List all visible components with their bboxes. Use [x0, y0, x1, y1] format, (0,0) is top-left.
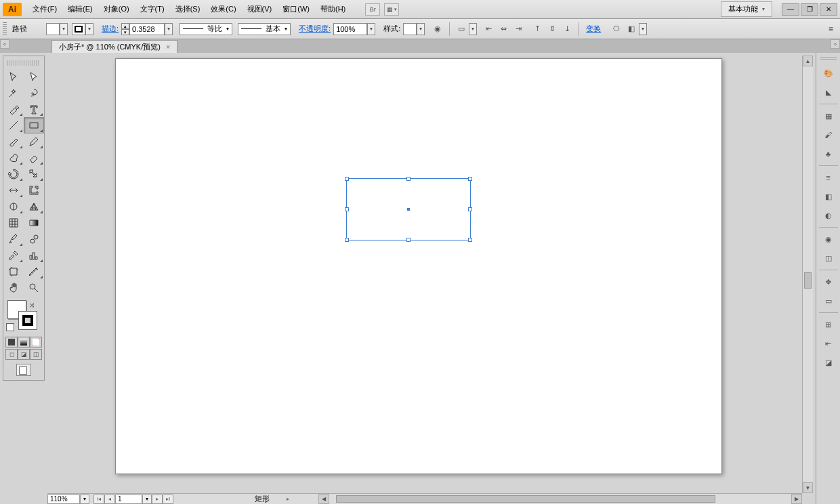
- screen-mode-icon[interactable]: [16, 364, 31, 376]
- artboard-dropdown[interactable]: ▾: [142, 495, 152, 504]
- panel-grip-icon[interactable]: [820, 57, 837, 61]
- artboard[interactable]: [115, 58, 722, 474]
- artboard-tool[interactable]: [3, 264, 24, 280]
- fill-dropdown[interactable]: ▾: [60, 23, 68, 35]
- free-transform-tool[interactable]: [24, 182, 44, 198]
- align-panel-icon[interactable]: ⇤: [819, 334, 838, 353]
- stroke-weight-spinner[interactable]: ▴▾: [121, 23, 129, 35]
- maximize-button[interactable]: ❐: [801, 3, 818, 16]
- menu-window[interactable]: 窗口(W): [277, 1, 315, 17]
- graphic-style-dropdown[interactable]: ▾: [417, 23, 425, 35]
- slice-tool[interactable]: [24, 264, 44, 280]
- fill-swatch[interactable]: [46, 23, 60, 35]
- select-similar-icon[interactable]: ◧: [624, 22, 639, 36]
- handle-middle-right[interactable]: [468, 207, 472, 211]
- toolbox-grip-icon[interactable]: [7, 60, 40, 66]
- stroke-swatch[interactable]: [72, 23, 85, 35]
- last-artboard-icon[interactable]: ▸I: [163, 495, 173, 504]
- align-to-dropdown[interactable]: ▾: [469, 23, 477, 35]
- first-artboard-icon[interactable]: I◂: [93, 495, 104, 504]
- zoom-input[interactable]: 110%: [47, 495, 80, 504]
- close-button[interactable]: ✕: [820, 3, 837, 16]
- stroke-color-box[interactable]: [18, 311, 37, 330]
- transform-link[interactable]: 变换: [586, 24, 601, 34]
- hand-tool[interactable]: [3, 280, 24, 296]
- brush-definition[interactable]: 基本▾: [238, 23, 291, 35]
- color-mode-gradient[interactable]: [18, 337, 30, 348]
- arrange-documents-button[interactable]: ▦: [384, 3, 399, 16]
- symbols-panel-icon[interactable]: ♣: [819, 144, 838, 163]
- stroke-weight-dropdown[interactable]: ▾: [165, 23, 173, 35]
- handle-bottom-middle[interactable]: [406, 238, 411, 242]
- brushes-panel-icon[interactable]: 🖌: [819, 125, 838, 144]
- menu-object[interactable]: 对象(O): [98, 1, 135, 17]
- opacity-dropdown[interactable]: ▾: [367, 23, 375, 35]
- close-tab-icon[interactable]: ×: [166, 43, 170, 51]
- horizontal-scrollbar[interactable]: ◀ ▶: [318, 493, 802, 504]
- swatches-panel-icon[interactable]: ▦: [819, 106, 838, 125]
- handle-top-right[interactable]: [468, 177, 472, 181]
- scroll-right-icon[interactable]: ▶: [791, 494, 802, 504]
- artboard-number-input[interactable]: [115, 495, 142, 504]
- variable-width-profile[interactable]: 等比▾: [180, 23, 232, 35]
- vertical-scrollbar[interactable]: ▲ ▼: [802, 56, 813, 493]
- type-tool[interactable]: [24, 101, 44, 117]
- vscroll-thumb[interactable]: [804, 272, 812, 289]
- transparency-panel-icon[interactable]: ◐: [819, 206, 838, 225]
- align-hcenter-icon[interactable]: ⇔: [496, 22, 511, 36]
- width-tool[interactable]: [3, 182, 24, 198]
- select-similar-dropdown[interactable]: ▾: [639, 23, 647, 35]
- draw-inside-icon[interactable]: ◫: [30, 349, 42, 360]
- color-mode-none[interactable]: [30, 337, 42, 348]
- align-to-selection-icon[interactable]: ▭: [454, 22, 469, 36]
- prev-artboard-icon[interactable]: ◂: [104, 495, 115, 504]
- align-right-icon[interactable]: ⇥: [511, 22, 526, 36]
- minimize-button[interactable]: —: [782, 3, 799, 16]
- pathfinder-panel-icon[interactable]: ◪: [819, 353, 838, 372]
- perspective-grid-tool[interactable]: [24, 198, 44, 215]
- mesh-tool[interactable]: [3, 215, 24, 231]
- color-guide-panel-icon[interactable]: ◣: [819, 83, 838, 102]
- scroll-left-icon[interactable]: ◀: [318, 494, 329, 504]
- canvas-area[interactable]: [47, 56, 813, 493]
- recolor-artwork-icon[interactable]: ◉: [430, 22, 445, 36]
- menu-file[interactable]: 文件(F): [27, 1, 62, 17]
- blob-brush-tool[interactable]: [3, 150, 24, 166]
- eyedropper-tool[interactable]: [3, 231, 24, 247]
- handle-bottom-right[interactable]: [468, 238, 472, 242]
- lasso-tool[interactable]: [24, 85, 44, 101]
- handle-top-middle[interactable]: [406, 177, 411, 181]
- artboards-panel-icon[interactable]: ▭: [819, 291, 838, 310]
- scale-tool[interactable]: [24, 166, 44, 182]
- document-tab[interactable]: 小房子* @ 110% (CMYK/预览) ×: [51, 40, 177, 53]
- eraser-tool[interactable]: [24, 150, 44, 166]
- selection-tool[interactable]: [3, 68, 24, 85]
- selected-rectangle[interactable]: [346, 178, 471, 240]
- opacity-link[interactable]: 不透明度:: [299, 24, 331, 34]
- menu-type[interactable]: 文字(T): [135, 1, 170, 17]
- scroll-up-icon[interactable]: ▲: [803, 56, 813, 66]
- zoom-tool[interactable]: [24, 280, 44, 296]
- bridge-button[interactable]: Br: [365, 3, 380, 16]
- stroke-dropdown[interactable]: ▾: [85, 23, 93, 35]
- menu-select[interactable]: 选择(S): [170, 1, 206, 17]
- scroll-down-icon[interactable]: ▼: [803, 482, 813, 493]
- draw-normal-icon[interactable]: ◻: [5, 349, 18, 360]
- status-menu-icon[interactable]: ▸: [283, 495, 293, 504]
- handle-middle-left[interactable]: [345, 207, 349, 211]
- align-left-icon[interactable]: ⇤: [481, 22, 496, 36]
- shape-builder-tool[interactable]: [3, 198, 24, 215]
- menu-view[interactable]: 视图(V): [242, 1, 278, 17]
- handle-bottom-left[interactable]: [345, 238, 349, 242]
- rotate-tool[interactable]: [3, 166, 24, 182]
- graphic-styles-panel-icon[interactable]: ◫: [819, 249, 838, 268]
- stroke-link[interactable]: 描边:: [102, 24, 119, 34]
- gradient-tool[interactable]: [24, 215, 44, 231]
- appearance-panel-icon[interactable]: ◉: [819, 230, 838, 249]
- stroke-weight-input[interactable]: [129, 23, 165, 35]
- rectangle-tool[interactable]: [24, 117, 44, 133]
- pen-tool[interactable]: [3, 101, 24, 117]
- collapse-left-icon[interactable]: «: [0, 39, 9, 49]
- color-mode-solid[interactable]: [5, 337, 18, 348]
- pencil-tool[interactable]: [24, 133, 44, 150]
